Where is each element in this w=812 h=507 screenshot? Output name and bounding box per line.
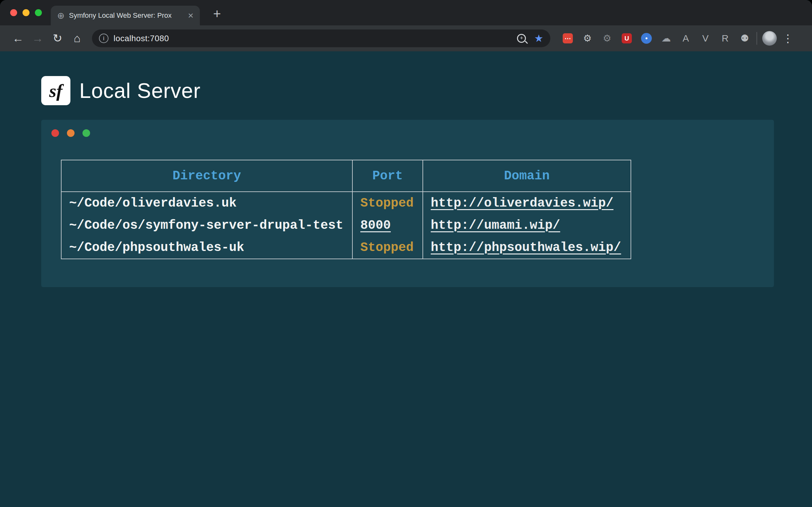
site-info-glyph: i (103, 36, 104, 41)
gear-dark-extension-icon[interactable]: ⚙ (600, 32, 614, 45)
col-header-directory: Directory (61, 160, 352, 192)
table-header-row: Directory Port Domain (61, 160, 631, 192)
address-bar[interactable]: i localhost:7080 ★ (92, 30, 550, 47)
tab-strip: ⊕ Symfony Local Web Server: Prox × + (0, 0, 812, 25)
letter-v-extension-icon-glyph: V (702, 34, 709, 43)
server-table: Directory Port Domain ~/Code/oliverdavie… (61, 160, 631, 259)
symfony-logo-text: sf (49, 80, 62, 101)
server-card: Directory Port Domain ~/Code/oliverdavie… (41, 120, 774, 287)
forward-button[interactable]: → (28, 33, 48, 44)
red-grid-extension-icon[interactable]: ⋯ (561, 32, 574, 45)
table-row: ~/Code/phpsouthwales-ukStoppedhttp://php… (61, 236, 631, 259)
col-header-port: Port (352, 160, 423, 192)
browser-menu-icon[interactable]: ⋮ (782, 33, 793, 44)
card-dot-orange (67, 129, 74, 137)
gear-light-extension-icon-glyph: ⚙ (583, 34, 592, 43)
table-row: ~/Code/os/symfony-server-drupal-test8000… (61, 214, 631, 236)
page-content: sf Local Server Directory Port Domain ~/… (0, 51, 812, 507)
port-cell: 8000 (352, 214, 423, 236)
reload-button[interactable]: ↻ (48, 33, 67, 44)
server-table-body: ~/Code/oliverdavies.ukStoppedhttp://oliv… (61, 192, 631, 259)
domain-cell: http://phpsouthwales.wip/ (423, 236, 631, 259)
domain-cell: http://umami.wip/ (423, 214, 631, 236)
port-cell: Stopped (352, 236, 423, 259)
table-row: ~/Code/oliverdavies.ukStoppedhttp://oliv… (61, 192, 631, 214)
github-extension-icon-glyph: ⚉ (741, 34, 749, 43)
zoom-icon[interactable] (517, 34, 526, 43)
window-zoom-light[interactable] (35, 9, 42, 16)
toolbar-divider (757, 32, 757, 45)
profile-avatar[interactable] (762, 31, 777, 46)
tab-favicon-icon: ⊕ (57, 10, 64, 21)
blue-circle-extension-icon[interactable]: • (640, 32, 653, 45)
browser-toolbar: ← → ↻ ⌂ i localhost:7080 ★ ⋯⚙⚙U•☁AVR⚉ ⋮ (0, 25, 812, 51)
home-button[interactable]: ⌂ (67, 33, 87, 44)
directory-cell: ~/Code/os/symfony-server-drupal-test (61, 214, 352, 236)
red-grid-extension-icon-glyph: ⋯ (563, 33, 573, 43)
traffic-lights (10, 0, 42, 25)
port-cell: Stopped (352, 192, 423, 214)
letter-r-extension-icon[interactable]: R (718, 32, 732, 45)
card-dots (51, 129, 774, 137)
port-link[interactable]: 8000 (360, 218, 391, 233)
domain-link[interactable]: http://phpsouthwales.wip/ (431, 240, 621, 255)
port-status-stopped: Stopped (360, 240, 414, 255)
domain-cell: http://oliverdavies.wip/ (423, 192, 631, 214)
tab-close-icon[interactable]: × (188, 10, 194, 21)
page-title: Local Server (79, 78, 201, 103)
window-minimize-light[interactable] (22, 9, 30, 16)
url-text: localhost:7080 (113, 34, 512, 43)
cloud-extension-icon[interactable]: ☁ (659, 32, 673, 45)
letter-v-extension-icon[interactable]: V (699, 32, 712, 45)
gear-dark-extension-icon-glyph: ⚙ (603, 34, 612, 43)
tab-title: Symfony Local Web Server: Prox (69, 11, 183, 20)
card-dot-green (83, 129, 90, 137)
github-extension-icon[interactable]: ⚉ (738, 32, 751, 45)
cloud-extension-icon-glyph: ☁ (661, 34, 671, 43)
ublock-extension-icon-glyph: U (622, 33, 632, 43)
directory-cell: ~/Code/phpsouthwales-uk (61, 236, 352, 259)
col-header-domain: Domain (423, 160, 631, 192)
directory-cell: ~/Code/oliverdavies.uk (61, 192, 352, 214)
extensions: ⋯⚙⚙U•☁AVR⚉ (561, 32, 751, 45)
letter-a-extension-icon-glyph: A (682, 34, 689, 43)
window-close-light[interactable] (10, 9, 17, 16)
card-dot-red (51, 129, 59, 137)
letter-r-extension-icon-glyph: R (722, 34, 728, 43)
site-info-icon[interactable]: i (99, 34, 108, 43)
back-button[interactable]: ← (8, 33, 28, 44)
letter-a-extension-icon[interactable]: A (679, 32, 693, 45)
bookmark-star-icon[interactable]: ★ (534, 33, 543, 43)
brand: sf Local Server (41, 76, 812, 105)
blue-circle-extension-icon-glyph: • (641, 33, 652, 44)
ublock-extension-icon[interactable]: U (620, 32, 633, 45)
symfony-logo: sf (41, 76, 70, 105)
domain-link[interactable]: http://umami.wip/ (431, 218, 560, 233)
port-status-stopped: Stopped (360, 196, 414, 210)
gear-light-extension-icon[interactable]: ⚙ (581, 32, 594, 45)
domain-link[interactable]: http://oliverdavies.wip/ (431, 196, 613, 210)
browser-tab[interactable]: ⊕ Symfony Local Web Server: Prox × (51, 6, 200, 25)
browser-window: ⊕ Symfony Local Web Server: Prox × + ← →… (0, 0, 812, 507)
new-tab-button[interactable]: + (213, 6, 221, 21)
